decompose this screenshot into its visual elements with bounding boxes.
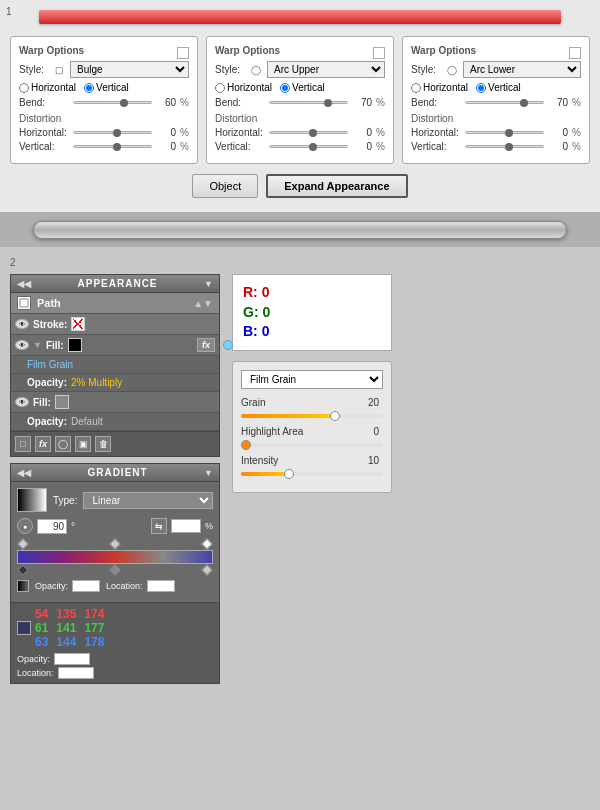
section2: 2 ◀◀ APPEARANCE ▼ Path ▲▼	[0, 247, 600, 694]
grain-row: Grain 20	[241, 397, 383, 408]
gradient-stop-top-2[interactable]	[109, 538, 120, 549]
grain-value: 20	[359, 397, 379, 408]
color-stop-swatch-1[interactable]	[17, 621, 31, 635]
opacity-field-input[interactable]	[72, 580, 100, 592]
appearance-title: APPEARANCE	[78, 278, 158, 289]
path-thumbnail	[17, 296, 31, 310]
button-row: Object Expand Appearance	[10, 174, 590, 198]
gradient-panel-header: ◀◀ GRADIENT ▼	[11, 464, 219, 482]
gradient-stop-bot-3[interactable]	[201, 564, 212, 575]
horizontal-radio-2[interactable]: Horizontal	[215, 82, 272, 93]
vert-value-3: 0	[548, 141, 568, 152]
panel-collapse-icon[interactable]: ◀◀	[17, 279, 31, 289]
stroke-swatch[interactable]	[71, 317, 85, 331]
vert-slider-2[interactable]	[269, 145, 348, 148]
horiz-slider-2[interactable]	[269, 131, 348, 134]
style-select-1[interactable]: Bulge	[70, 61, 189, 78]
gradient-track-container	[17, 540, 213, 574]
effect-options-icon[interactable]: ◯	[55, 436, 71, 452]
gradient-stop-bot-2[interactable]	[109, 564, 120, 575]
gradient-stop-bot-1[interactable]	[17, 564, 28, 575]
distortion-title-1: Distortion	[19, 113, 189, 124]
gradient-color-numbers: 54 135 174 61 141 177 63 144	[11, 602, 219, 683]
location-bottom-input[interactable]	[58, 667, 94, 679]
angle-icon: ●	[17, 518, 33, 534]
bend-value-1: 60	[156, 97, 176, 108]
vert-slider-3[interactable]	[465, 145, 544, 148]
fill-swatch-black[interactable]	[68, 338, 82, 352]
gradient-extra-input[interactable]	[171, 519, 201, 533]
bend-slider-2[interactable]	[269, 101, 348, 104]
delete-icon[interactable]: 🗑	[95, 436, 111, 452]
intensity-value: 10	[359, 455, 379, 466]
bend-label-1: Bend:	[19, 97, 69, 108]
opacity-bottom-input[interactable]	[54, 653, 90, 665]
gradient-menu-icon[interactable]: ▼	[204, 468, 213, 478]
gradient-track	[17, 550, 213, 564]
distortion-title-2: Distortion	[215, 113, 385, 124]
bend-slider-1[interactable]	[73, 101, 152, 104]
intensity-label: Intensity	[241, 455, 359, 466]
fill-arrow-icon: ▼	[33, 340, 42, 350]
style-select-2[interactable]: Arc Upper	[267, 61, 385, 78]
horiz-slider-3[interactable]	[465, 131, 544, 134]
horiz-label-2: Horizontal:	[215, 127, 265, 138]
gradient-stop-top-3[interactable]	[201, 538, 212, 549]
duplicate-icon[interactable]: ▣	[75, 436, 91, 452]
reverse-gradient-icon[interactable]: ⇆	[151, 518, 167, 534]
fx-button[interactable]: fx	[197, 338, 215, 352]
warp-box-2: Warp Options Style: ◯ Arc Upper Horizont…	[206, 36, 394, 164]
gradient-stop-top-1[interactable]	[17, 538, 28, 549]
vertical-radio-3[interactable]: Vertical	[476, 82, 521, 93]
r2: 135	[56, 607, 76, 621]
location-field-input[interactable]	[147, 580, 175, 592]
style-select-3[interactable]: Arc Lower	[463, 61, 581, 78]
panel-scroll-icon[interactable]: ▼	[204, 279, 213, 289]
grain-label: Grain	[241, 397, 359, 408]
film-grain-dropdown[interactable]: Film Grain	[241, 370, 383, 389]
fill2-visibility-icon[interactable]: 👁	[15, 397, 29, 407]
horiz-slider-1[interactable]	[73, 131, 152, 134]
horiz-value-3: 0	[548, 127, 568, 138]
path-label: Path	[37, 297, 61, 309]
vert-slider-1[interactable]	[73, 145, 152, 148]
connector-dot	[223, 340, 233, 350]
object-button[interactable]: Object	[192, 174, 258, 198]
stroke-visibility-icon[interactable]: 👁	[15, 319, 29, 329]
g-label: G:	[243, 304, 262, 320]
expand-appearance-button[interactable]: Expand Appearance	[266, 174, 407, 198]
gradient-type-label: Type:	[53, 495, 77, 506]
add-effect-icon[interactable]: fx	[35, 436, 51, 452]
film-grain-row: Film Grain	[11, 356, 219, 374]
fill-swatch-gray[interactable]	[55, 395, 69, 409]
intensity-slider[interactable]	[241, 472, 383, 476]
color-values-panel: R: 0 G: 0 B: 0	[232, 274, 392, 351]
gradient-collapse-icon[interactable]: ◀◀	[17, 468, 31, 478]
film-grain-settings-panel: Film Grain Grain 20 Highlight Area 0	[232, 361, 392, 493]
warp-checkbox-1[interactable]	[177, 47, 189, 59]
gradient-type-select[interactable]: Linear	[83, 492, 213, 509]
highlight-slider[interactable]	[241, 443, 383, 447]
scroll-arrows[interactable]: ▲▼	[193, 298, 213, 309]
b1: 63	[35, 635, 48, 649]
vertical-radio-1[interactable]: Vertical	[84, 82, 129, 93]
warp-box-3: Warp Options Style: ◯ Arc Lower Horizont…	[402, 36, 590, 164]
warp-checkbox-2[interactable]	[373, 47, 385, 59]
bend-slider-3[interactable]	[465, 101, 544, 104]
opacity-row-2: Opacity: Default	[11, 413, 219, 431]
warp-title-1: Warp Options	[19, 45, 84, 56]
warp-checkbox-3[interactable]	[569, 47, 581, 59]
angle-input[interactable]	[37, 519, 67, 534]
grain-slider[interactable]	[241, 414, 383, 418]
right-panel: R: 0 G: 0 B: 0 Film Grain	[232, 274, 392, 493]
vert-label-1: Vertical:	[19, 141, 69, 152]
stroke-label: Stroke:	[33, 319, 67, 330]
stroke-row: 👁 Stroke:	[11, 314, 219, 335]
new-layer-icon[interactable]: □	[15, 436, 31, 452]
horizontal-radio-1[interactable]: Horizontal	[19, 82, 76, 93]
opacity-value-1: 2% Multiply	[71, 377, 122, 388]
opacity-label-2: Opacity:	[27, 416, 67, 427]
vertical-radio-2[interactable]: Vertical	[280, 82, 325, 93]
horizontal-radio-3[interactable]: Horizontal	[411, 82, 468, 93]
fill-visibility-icon[interactable]: 👁	[15, 340, 29, 350]
